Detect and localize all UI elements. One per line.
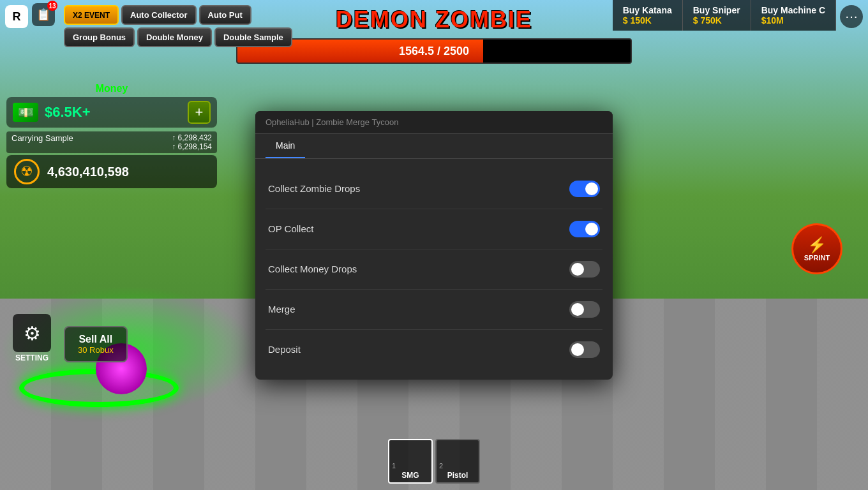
toggle-row-4: Deposit [266, 330, 602, 369]
modal-body: Collect Zombie DropsOP CollectCollect Mo… [255, 159, 613, 380]
toggle-switch-0[interactable] [569, 181, 600, 197]
modal: OpheliaHub | Zombie Merge Tycoon Main Co… [255, 111, 613, 380]
toggle-knob-4 [571, 343, 584, 356]
toggle-row-2: Collect Money Drops [266, 249, 602, 290]
toggle-knob-1 [585, 223, 598, 235]
toggle-label-3: Merge [268, 304, 296, 315]
toggle-label-2: Collect Money Drops [268, 264, 357, 274]
toggle-knob-0 [585, 182, 598, 195]
toggle-row-0: Collect Zombie Drops [266, 169, 602, 209]
toggle-switch-1[interactable] [569, 221, 600, 237]
toggle-row-3: Merge [266, 290, 602, 330]
toggle-knob-3 [571, 303, 584, 316]
toggle-label-0: Collect Zombie Drops [268, 183, 360, 194]
modal-overlay: OpheliaHub | Zombie Merge Tycoon Main Co… [0, 0, 868, 490]
tab-main[interactable]: Main [266, 134, 305, 158]
toggle-label-4: Deposit [268, 344, 301, 355]
toggle-switch-4[interactable] [569, 341, 600, 358]
modal-tabs: Main [255, 134, 613, 159]
modal-header: OpheliaHub | Zombie Merge Tycoon [255, 111, 613, 134]
toggle-label-1: OP Collect [268, 223, 313, 234]
toggle-row-1: OP Collect [266, 209, 602, 249]
toggle-knob-2 [571, 263, 584, 276]
toggle-switch-2[interactable] [569, 261, 600, 278]
toggle-switch-3[interactable] [569, 301, 600, 318]
